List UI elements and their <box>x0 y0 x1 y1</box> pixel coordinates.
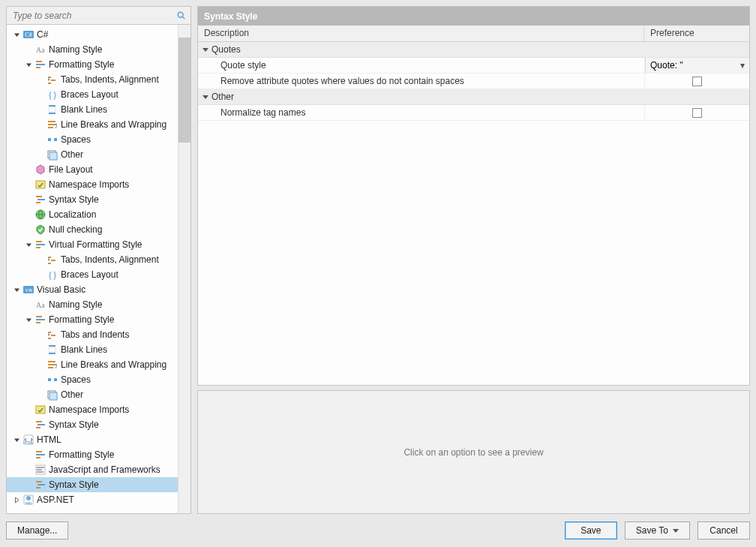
tree-toggle-icon[interactable] <box>13 286 21 294</box>
null-icon <box>34 224 46 236</box>
group-row[interactable]: Other <box>198 89 749 105</box>
grid-body: QuotesQuote styleQuote: "▾Remove attribu… <box>198 42 749 385</box>
svg-rect-41 <box>36 427 40 428</box>
svg-rect-53 <box>36 487 40 488</box>
tree-item-label: JavaScript and Frameworks <box>49 464 160 475</box>
tree-item[interactable]: Spaces <box>7 132 178 147</box>
tree-toggle-icon[interactable] <box>25 316 33 324</box>
formatting-icon <box>34 314 46 326</box>
braces-icon: {} <box>46 89 58 101</box>
syntax-icon <box>34 479 46 491</box>
tree-item[interactable]: Other <box>7 147 178 162</box>
tree-item-label: Line Breaks and Wrapping <box>61 119 166 130</box>
cancel-button[interactable]: Cancel <box>698 521 750 539</box>
svg-rect-11 <box>49 107 56 112</box>
tree-item[interactable]: Line Breaks and Wrapping <box>7 357 178 372</box>
grid-header: Description Preference <box>198 26 749 42</box>
tree-item[interactable]: Tabs, Indents, Alignment <box>7 72 178 87</box>
save-button[interactable]: Save <box>565 521 617 539</box>
chevron-down-icon <box>202 95 208 99</box>
tree-item[interactable]: Formatting Style <box>7 312 178 327</box>
other-icon <box>46 149 58 161</box>
tree-item[interactable]: {}Braces Layout <box>7 87 178 102</box>
tree-toggle-icon[interactable] <box>25 241 33 249</box>
preference-checkbox[interactable] <box>692 77 702 86</box>
tree-item[interactable]: Syntax Style <box>7 192 178 207</box>
tree-item[interactable]: aspASP.NET <box>7 492 178 507</box>
tree-item[interactable]: Syntax Style <box>7 417 178 432</box>
tree-toggle-icon[interactable] <box>13 496 21 504</box>
svg-rect-52 <box>38 484 45 485</box>
svg-rect-12 <box>48 138 51 141</box>
tree-item-label: Spaces <box>61 374 91 385</box>
group-row[interactable]: Quotes <box>198 42 749 58</box>
search-input[interactable] <box>10 9 176 23</box>
tree-toggle-icon[interactable] <box>13 31 21 39</box>
preference-checkbox[interactable] <box>692 108 702 118</box>
tree-item-label: Line Breaks and Wrapping <box>61 359 166 370</box>
group-label: Other <box>212 92 234 102</box>
tree-item[interactable]: Null checking <box>7 222 178 237</box>
tree-item[interactable]: Blank Lines <box>7 342 178 357</box>
tree-item-label: Null checking <box>49 224 102 235</box>
naming-icon: Aa <box>34 44 46 56</box>
blank-icon <box>46 104 58 116</box>
tree-toggle-icon[interactable] <box>25 61 33 69</box>
tree-item[interactable]: AaNaming Style <box>7 297 178 312</box>
tree-item[interactable]: Formatting Style <box>7 57 178 72</box>
tree-item[interactable]: AaNaming Style <box>7 42 178 57</box>
tree-item-label: Braces Layout <box>61 269 118 280</box>
svg-text:VB: VB <box>25 287 32 293</box>
ns-icon <box>34 404 46 416</box>
col-preference: Preference <box>644 26 749 41</box>
tree-toggle-icon[interactable] <box>13 436 21 444</box>
tree-item[interactable]: Virtual Formatting Style <box>7 237 178 252</box>
save-to-button[interactable]: Save To <box>625 521 690 539</box>
group-label: Quotes <box>212 44 241 55</box>
tree-item[interactable]: C#C# <box>7 27 178 42</box>
search-icon[interactable] <box>176 10 188 22</box>
tree-item[interactable]: Other <box>7 387 178 402</box>
tree-item[interactable]: Namespace Imports <box>7 402 178 417</box>
svg-rect-16 <box>36 181 45 188</box>
asp-icon: asp <box>22 494 34 506</box>
tree-item[interactable]: Syntax Style <box>7 477 178 492</box>
tree-item[interactable]: Formatting Style <box>7 447 178 462</box>
svg-rect-28 <box>36 316 42 317</box>
tree-item-label: Braces Layout <box>61 89 118 100</box>
tree[interactable]: C#C#AaNaming StyleFormatting StyleTabs, … <box>7 25 178 513</box>
option-row[interactable]: Quote styleQuote: "▾ <box>198 58 749 74</box>
scrollbar-thumb[interactable] <box>178 38 190 143</box>
tree-item-label: Naming Style <box>49 299 102 310</box>
svg-rect-48 <box>37 467 44 468</box>
tree-item-label: Blank Lines <box>61 104 107 115</box>
tree-scrollbar[interactable] <box>178 25 190 513</box>
tree-item[interactable]: JavaScript and Frameworks <box>7 462 178 477</box>
manage-button[interactable]: Manage... <box>6 521 68 539</box>
tree-item-label: Blank Lines <box>61 344 107 355</box>
tree-item[interactable]: Localization <box>7 207 178 222</box>
tree-item[interactable]: {}Braces Layout <box>7 267 178 282</box>
tree-item[interactable]: Tabs, Indents, Alignment <box>7 252 178 267</box>
tree-item[interactable]: File Layout <box>7 162 178 177</box>
spaces-icon <box>46 374 58 386</box>
tree-item-label: Syntax Style <box>49 419 99 430</box>
left-panel: C#C#AaNaming StyleFormatting StyleTabs, … <box>6 6 191 514</box>
preference-combo[interactable]: Quote: "▾ <box>645 58 749 73</box>
svg-rect-33 <box>49 347 56 352</box>
tree-item[interactable]: Blank Lines <box>7 102 178 117</box>
svg-rect-23 <box>36 247 40 248</box>
option-description: Quote style <box>198 58 644 73</box>
svg-rect-21 <box>36 241 42 242</box>
tree-item-label: Formatting Style <box>49 314 114 325</box>
tree-item[interactable]: Spaces <box>7 372 178 387</box>
tree-item[interactable]: Tabs and Indents <box>7 327 178 342</box>
tree-item[interactable]: VBVisual Basic <box>7 282 178 297</box>
tree-item[interactable]: Namespace Imports <box>7 177 178 192</box>
svg-text:Aa: Aa <box>36 46 45 54</box>
option-row[interactable]: Normalize tag names <box>198 105 749 121</box>
tree-item[interactable]: HTMLHTML <box>7 432 178 447</box>
bottom-bar: Manage... Save Save To Cancel <box>6 520 750 541</box>
tree-item[interactable]: Line Breaks and Wrapping <box>7 117 178 132</box>
option-row[interactable]: Remove attribute quotes where values do … <box>198 74 749 89</box>
